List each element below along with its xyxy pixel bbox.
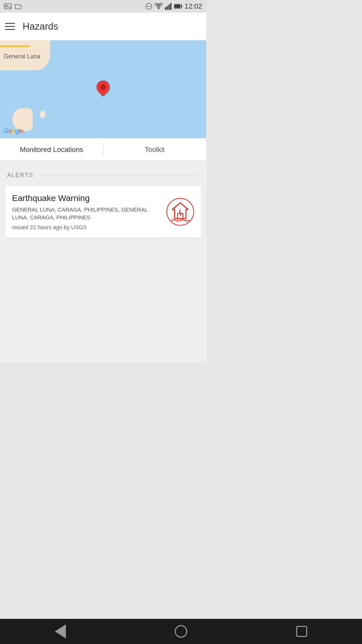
- status-bar: 12:02: [0, 0, 206, 13]
- alerts-label: ALERTS: [7, 172, 33, 179]
- time-display: 12:02: [185, 2, 202, 10]
- svg-rect-5: [165, 7, 166, 10]
- google-logo: Google: [4, 127, 23, 135]
- map-pin: [97, 80, 110, 96]
- svg-rect-0: [4, 4, 11, 9]
- svg-rect-7: [168, 5, 170, 10]
- signal-icon: [165, 3, 172, 10]
- content-area: ALERTS Earthquake Warning GENERAL LUNA, …: [0, 162, 206, 363]
- map-container[interactable]: General Luna Google: [0, 40, 206, 138]
- folder-icon: [15, 3, 22, 9]
- earthquake-svg: [169, 200, 192, 223]
- tab-monitored-locations[interactable]: Monitored Locations: [0, 138, 103, 161]
- alert-card-content: Earthquake Warning GENERAL LUNA, CARAGA,…: [12, 193, 166, 231]
- svg-point-4: [158, 8, 159, 9]
- earthquake-warning-icon: [166, 198, 194, 226]
- svg-rect-11: [182, 5, 182, 7]
- wifi-icon: [154, 3, 163, 10]
- battery-icon: [174, 4, 183, 9]
- map-pin-head: [94, 78, 112, 96]
- alert-card[interactable]: Earthquake Warning GENERAL LUNA, CARAGA,…: [5, 186, 201, 238]
- status-bar-left: [4, 3, 22, 9]
- menu-line-1: [5, 23, 15, 24]
- menu-button[interactable]: [5, 20, 18, 33]
- status-bar-right: 12:02: [145, 2, 202, 10]
- alerts-divider: [38, 175, 199, 175]
- alert-location: GENERAL LUNA, CARAGA, PHILIPPINES, GENER…: [12, 206, 161, 222]
- svg-rect-10: [175, 5, 180, 8]
- tab-bar: Monitored Locations Toolkit: [0, 138, 206, 161]
- tab-toolkit[interactable]: Toolkit: [103, 138, 206, 161]
- map-island-small: [40, 111, 45, 118]
- app-title: Hazards: [23, 21, 58, 32]
- image-icon: [4, 3, 12, 9]
- svg-rect-6: [167, 6, 168, 10]
- app-bar: Hazards: [0, 13, 206, 40]
- map-road: [0, 45, 30, 47]
- alerts-header: ALERTS: [0, 167, 206, 184]
- alert-time-issued: Issued 22 hours ago by USGS: [12, 224, 161, 231]
- map-location-label: General Luna: [4, 53, 40, 60]
- block-icon: [145, 3, 152, 10]
- alert-title: Earthquake Warning: [12, 193, 161, 203]
- map-background: General Luna Google: [0, 40, 206, 138]
- svg-rect-8: [170, 3, 171, 10]
- menu-line-2: [5, 26, 15, 27]
- menu-line-3: [5, 29, 15, 30]
